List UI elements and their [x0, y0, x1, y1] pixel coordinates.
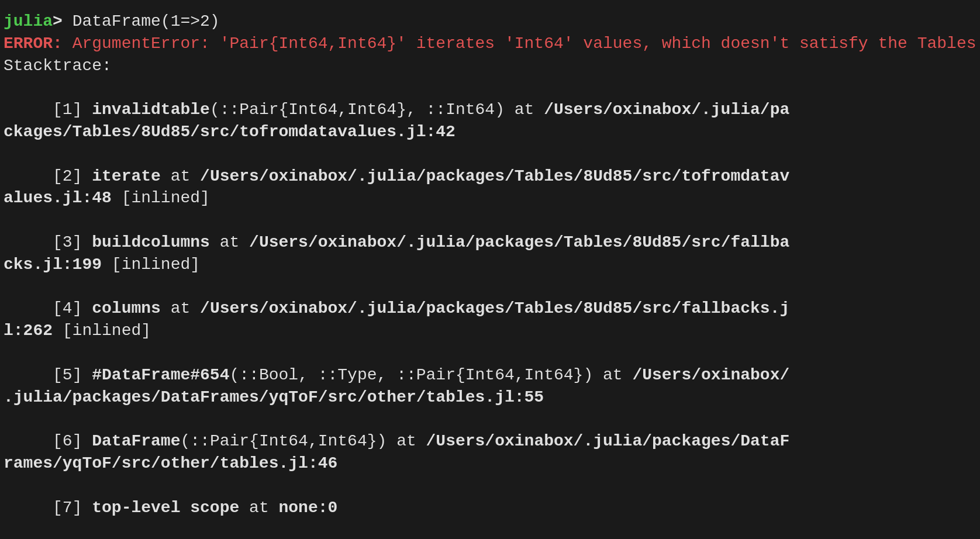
frame-5: [5] #DataFrame#654(::Bool, ::Type, ::Pai… — [0, 342, 980, 386]
frame-2-number: [2] — [43, 167, 92, 185]
frame-2-inlined: [inlined] — [112, 189, 210, 207]
frame-3: [3] buildcolumns at /Users/oxinabox/.jul… — [0, 209, 980, 254]
frame-5-cont: .julia/packages/DataFrames/yqToF/src/oth… — [0, 386, 980, 409]
frame-4-func: columns — [92, 299, 161, 317]
frame-7-number: [7] — [43, 499, 92, 517]
frame-3-path-cont: cks.jl:199 — [4, 255, 102, 274]
error-text: ArgumentError: 'Pair{Int64,Int64}' itera… — [63, 34, 980, 53]
frame-1-cont: ckages/Tables/8Ud85/src/tofromdatavalues… — [0, 121, 980, 143]
frame-6-number: [6] — [43, 432, 92, 450]
frame-2-path-cont: alues.jl:48 — [4, 189, 112, 207]
frame-1-func: invalidtable — [92, 101, 210, 119]
frame-5-path: /Users/oxinabox/ — [632, 366, 789, 384]
frame-6: [6] DataFrame(::Pair{Int64,Int64}) at /U… — [0, 408, 980, 452]
frame-2-path: /Users/oxinabox/.julia/packages/Tables/8… — [200, 167, 789, 185]
frame-3-cont: cks.jl:199 [inlined] — [0, 254, 980, 276]
frame-3-at: at — [210, 233, 249, 251]
frame-4-at: at — [161, 299, 200, 317]
frame-1-path: /Users/oxinabox/.julia/pa — [544, 101, 789, 119]
frame-3-path: /Users/oxinabox/.julia/packages/Tables/8… — [249, 233, 789, 251]
frame-7-func: top-level scope — [92, 499, 239, 517]
frame-4: [4] columns at /Users/oxinabox/.julia/pa… — [0, 276, 980, 320]
frame-3-func: buildcolumns — [92, 233, 210, 251]
frame-7-path: none:0 — [279, 499, 338, 517]
prompt-line: julia> DataFrame(1=>2) — [0, 11, 980, 33]
prompt-arrow: > — [53, 12, 63, 30]
frame-4-path: /Users/oxinabox/.julia/packages/Tables/8… — [200, 299, 789, 317]
prompt-keyword: julia — [4, 12, 53, 30]
frame-4-inlined: [inlined] — [53, 322, 151, 340]
frame-4-cont: l:262 [inlined] — [0, 320, 980, 342]
frame-3-number: [3] — [43, 233, 92, 251]
frame-1-number: [1] — [43, 101, 92, 119]
frame-5-number: [5] — [43, 366, 92, 384]
frame-2-cont: alues.jl:48 [inlined] — [0, 187, 980, 209]
error-label: ERROR: — [4, 34, 63, 53]
frame-5-path-cont: .julia/packages/DataFrames/yqToF/src/oth… — [4, 388, 544, 406]
frame-5-args: (::Bool, ::Type, ::Pair{Int64,Int64}) at — [229, 366, 632, 384]
frame-1-args: (::Pair{Int64,Int64}, ::Int64) at — [210, 101, 544, 119]
frame-1: [1] invalidtable(::Pair{Int64,Int64}, ::… — [0, 77, 980, 121]
stacktrace-label: Stacktrace: — [0, 55, 980, 77]
frame-1-path-cont: ckages/Tables/8Ud85/src/tofromdatavalues… — [4, 123, 456, 141]
frame-5-func: #DataFrame#654 — [92, 366, 229, 384]
frame-4-number: [4] — [43, 299, 92, 317]
frame-6-func: DataFrame — [92, 432, 180, 450]
frame-4-path-cont: l:262 — [4, 322, 53, 340]
terminal: julia> DataFrame(1=>2) ERROR: ArgumentEr… — [0, 6, 980, 523]
frame-6-args: (::Pair{Int64,Int64}) at — [180, 432, 426, 450]
frame-6-cont: rames/yqToF/src/other/tables.jl:46 — [0, 452, 980, 475]
frame-6-path-cont: rames/yqToF/src/other/tables.jl:46 — [4, 454, 337, 472]
prompt-code: DataFrame(1=>2) — [63, 12, 220, 30]
frame-3-inlined: [inlined] — [102, 255, 200, 274]
frame-2: [2] iterate at /Users/oxinabox/.julia/pa… — [0, 143, 980, 188]
frame-7: [7] top-level scope at none:0 — [0, 475, 980, 519]
frame-2-func: iterate — [92, 167, 161, 185]
frame-7-at: at — [239, 499, 278, 517]
frame-2-at: at — [161, 167, 200, 185]
frame-6-path: /Users/oxinabox/.julia/packages/DataF — [426, 432, 790, 450]
error-line: ERROR: ArgumentError: 'Pair{Int64,Int64}… — [0, 33, 980, 55]
